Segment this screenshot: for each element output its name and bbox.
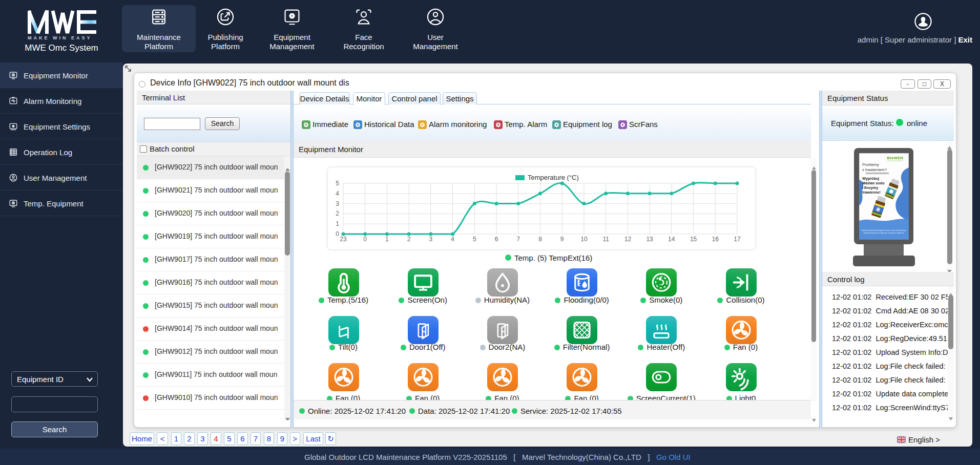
svg-text:15: 15 [690,236,697,243]
svg-text:5: 5 [336,180,339,187]
svg-text:z trawieniem?: z trawieniem? [862,167,887,172]
svg-text:7: 7 [516,236,520,243]
svg-text:Suplementy diety wspomagaja tr: Suplementy diety wspomagaja trawienie i … [861,229,906,231]
svg-text:10: 10 [580,236,588,243]
svg-text:BI●WEN: BI●WEN [887,156,903,160]
svg-text:3: 3 [336,200,339,207]
svg-text:11: 11 [602,236,609,243]
svg-text:4: 4 [336,190,339,197]
svg-text:0: 0 [336,230,339,238]
svg-text:23: 23 [340,236,347,243]
svg-text:uklad pokarmowy oraz odpornosc: uklad pokarmowy oraz odpornosc organizmu… [863,232,904,234]
svg-text:8: 8 [538,236,542,243]
svg-text:Temperature (°C): Temperature (°C) [528,174,579,181]
svg-text:3: 3 [429,236,433,243]
svg-text:5: 5 [473,236,476,243]
svg-text:1: 1 [336,220,339,227]
svg-text:Wypróbuj: Wypróbuj [862,176,879,181]
svg-text:16: 16 [712,236,719,243]
svg-text:2: 2 [407,236,411,243]
svg-text:14: 14 [668,236,675,243]
svg-text:12: 12 [624,236,632,243]
svg-text:i Enzymy: i Enzymy [862,185,878,190]
svg-text:13: 13 [646,236,653,243]
svg-text:17: 17 [734,236,741,243]
svg-text:0: 0 [363,236,367,243]
svg-text:Problemy: Problemy [862,162,879,167]
svg-text:9: 9 [560,236,564,243]
svg-text:trawienne!: trawienne! [862,190,881,195]
svg-text:6: 6 [495,236,498,243]
svg-text:Maślan sodu: Maślan sodu [862,181,885,185]
svg-text:2: 2 [336,210,339,217]
svg-text:4: 4 [451,236,454,243]
svg-text:1: 1 [385,236,389,243]
